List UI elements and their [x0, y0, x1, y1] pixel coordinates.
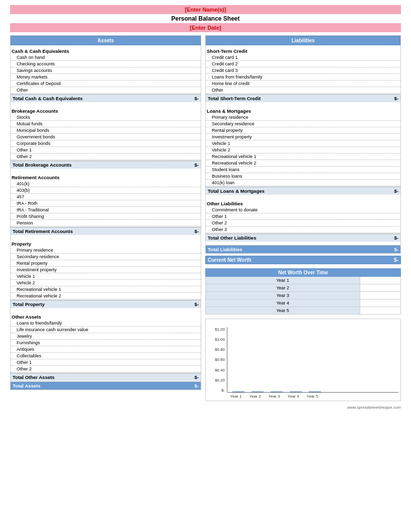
list-item[interactable]: 457	[11, 194, 201, 200]
nwot-row[interactable]: Year 1	[206, 277, 400, 284]
list-item[interactable]: Credit card 3	[206, 67, 400, 74]
y-label-1.00: $1.00	[209, 337, 225, 342]
list-item[interactable]: Cash on hand	[11, 54, 201, 61]
assets-box: Assets Cash & Cash Equivalents Cash on h…	[10, 35, 201, 390]
list-item[interactable]: Furnishings	[11, 340, 201, 346]
list-item[interactable]: Antiques	[11, 346, 201, 353]
nwot-year2-label: Year 2	[206, 284, 360, 291]
list-item[interactable]: IRA - Roth	[11, 200, 201, 207]
cat-other-assets: Other Assets	[11, 313, 201, 320]
list-item[interactable]: Recreational vehicle 2	[11, 293, 201, 299]
footer: www.spreadsheetshoppe.com	[10, 405, 401, 410]
list-item[interactable]: Loans to friends/family	[11, 320, 201, 327]
list-item[interactable]: Recreational vehicle 1	[206, 154, 400, 160]
header-date[interactable]: [Enter Date]	[10, 23, 401, 32]
x-label-year3: Year 3	[268, 394, 280, 399]
bar-group-4	[290, 392, 302, 392]
list-item[interactable]: Loans from friends/family	[206, 74, 400, 81]
list-item[interactable]: Profit Sharing	[11, 213, 201, 220]
list-item[interactable]: Vehicle 2	[206, 147, 400, 154]
list-item[interactable]: Life insurance cash surrender value	[11, 327, 201, 333]
list-item[interactable]: 403(b)	[11, 187, 201, 194]
list-item[interactable]: Investment property	[206, 134, 400, 140]
liabilities-header: Liabilities	[206, 36, 400, 45]
bar-2	[252, 392, 264, 392]
list-item[interactable]: Mutual funds	[11, 121, 201, 127]
list-item[interactable]: Rental property	[11, 260, 201, 267]
list-item[interactable]: Other 2	[11, 366, 201, 372]
list-item[interactable]: Collectables	[11, 353, 201, 359]
list-item[interactable]: Other	[206, 87, 400, 94]
list-item[interactable]: 401(k) loan	[206, 180, 400, 186]
list-item[interactable]: Credit card 2	[206, 61, 400, 67]
nwot-year4-label: Year 4	[206, 299, 360, 307]
list-item[interactable]: Other 2	[11, 154, 201, 160]
nwot-row[interactable]: Year 4	[206, 299, 400, 307]
nwot-row[interactable]: Year 3	[206, 292, 400, 299]
list-item[interactable]: Other 1	[11, 359, 201, 366]
nwot-row[interactable]: Year 5	[206, 307, 400, 314]
list-item[interactable]: Vehicle 1	[11, 273, 201, 280]
list-item[interactable]: Secondary residence	[206, 121, 400, 127]
chart-bars-container	[227, 327, 398, 393]
list-item[interactable]: 401(k)	[11, 181, 201, 187]
header-title: Personal Balance Sheet	[10, 14, 401, 23]
bar-4	[290, 392, 302, 392]
list-item[interactable]: Other 3	[206, 226, 400, 233]
list-item[interactable]: Other	[11, 87, 201, 94]
bar-group-1	[232, 392, 244, 392]
nwot-year1-label: Year 1	[206, 277, 360, 284]
list-item[interactable]: Savings accounts	[11, 67, 201, 74]
list-item[interactable]: IRA - Traditional	[11, 207, 201, 213]
list-item[interactable]: Secondary residence	[11, 254, 201, 260]
list-item[interactable]: Other 1	[11, 147, 201, 154]
list-item[interactable]: Vehicle 1	[206, 140, 400, 147]
list-item[interactable]: Certificates of Deposit	[11, 81, 201, 87]
bar-5	[309, 392, 321, 392]
list-item[interactable]: Student loans	[206, 167, 400, 173]
list-item[interactable]: Rental property	[206, 127, 400, 134]
list-item[interactable]: Business loans	[206, 173, 400, 180]
list-item[interactable]: Recreational vehicle 2	[206, 160, 400, 167]
header-name[interactable]: [Enter Name(s)]	[10, 5, 401, 14]
cat-property: Property	[11, 240, 201, 247]
list-item[interactable]: Checking accounts	[11, 61, 201, 67]
bar-1	[232, 392, 244, 392]
total-retirement: Total Retirement Accounts $-	[11, 227, 201, 235]
list-item[interactable]: Recreational vehicle 1	[11, 286, 201, 293]
nwot-row[interactable]: Year 2	[206, 284, 400, 292]
nwot-year2-value[interactable]	[360, 284, 400, 291]
chart-y-axis: $1.20 $1.00 $0.80 $0.60 $0.40 $0.20 $-	[209, 327, 225, 393]
total-liabilities: Total Liabilities $-	[206, 245, 400, 253]
list-item[interactable]: Stocks	[11, 114, 201, 121]
list-item[interactable]: Other 2	[206, 220, 400, 226]
total-cash: Total Cash & Cash Equivalents $-	[11, 94, 201, 102]
main-layout: Assets Cash & Cash Equivalents Cash on h…	[10, 35, 401, 401]
list-item[interactable]: Home line of credit	[206, 81, 400, 87]
list-item[interactable]: Pension	[11, 220, 201, 226]
list-item[interactable]: Jewelry	[11, 333, 201, 340]
nwot-year1-value[interactable]	[360, 277, 400, 284]
nwot-year5-value[interactable]	[360, 307, 400, 314]
total-other-assets: Total Other Assets $-	[11, 373, 201, 381]
list-item[interactable]: Primary residence	[206, 114, 400, 121]
list-item[interactable]: Credit card 1	[206, 54, 400, 61]
list-item[interactable]: Municipal bonds	[11, 127, 201, 134]
total-property: Total Property $-	[11, 300, 201, 308]
list-item[interactable]: Corporate bonds	[11, 140, 201, 147]
list-item[interactable]: Other 1	[206, 213, 400, 220]
y-label-0.80: $0.80	[209, 347, 225, 352]
x-label-year1: Year 1	[230, 394, 242, 399]
nwot-year4-value[interactable]	[360, 299, 400, 307]
y-label-0.20: $0.20	[209, 378, 225, 383]
list-item[interactable]: Vehicle 2	[11, 280, 201, 286]
list-item[interactable]: Money markets	[11, 74, 201, 81]
chart-container: $1.20 $1.00 $0.80 $0.60 $0.40 $0.20 $-	[205, 319, 401, 401]
list-item[interactable]: Government bonds	[11, 134, 201, 140]
list-item[interactable]: Investment property	[11, 267, 201, 273]
list-item[interactable]: Primary residence	[11, 247, 201, 254]
bar-group-5	[309, 392, 321, 392]
nwot-year3-value[interactable]	[360, 292, 400, 299]
x-label-year2: Year 2	[249, 394, 261, 399]
list-item[interactable]: Commitment to donate	[206, 207, 400, 213]
